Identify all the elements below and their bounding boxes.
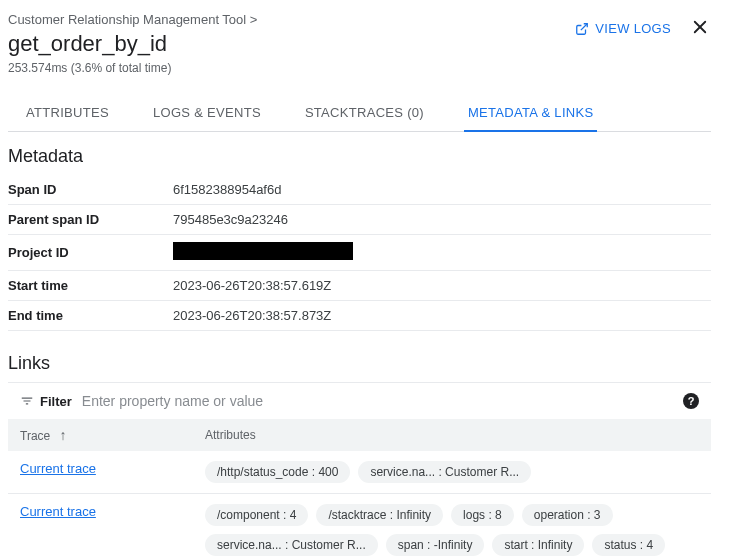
attribute-chip[interactable]: status : 4 bbox=[592, 534, 665, 556]
column-trace[interactable]: Trace ↑ bbox=[8, 419, 193, 451]
attribute-chip[interactable]: service.na... : Customer R... bbox=[205, 534, 378, 556]
attribute-chip[interactable]: /stacktrace : Infinity bbox=[316, 504, 443, 526]
metadata-value: 2023-06-26T20:38:57.873Z bbox=[173, 301, 711, 331]
trace-link[interactable]: Current trace bbox=[20, 504, 96, 519]
metadata-key: Project ID bbox=[8, 235, 173, 271]
span-duration: 253.574ms (3.6% of total time) bbox=[8, 61, 257, 75]
attribute-chip[interactable]: operation : 3 bbox=[522, 504, 613, 526]
table-row: Current trace/component : 4/stacktrace :… bbox=[8, 494, 711, 561]
tab-metadata-links[interactable]: METADATA & LINKS bbox=[464, 95, 597, 132]
open-in-new-icon bbox=[575, 22, 589, 36]
metadata-heading: Metadata bbox=[8, 146, 711, 167]
metadata-key: Span ID bbox=[8, 175, 173, 205]
attribute-chip[interactable]: /component : 4 bbox=[205, 504, 308, 526]
filter-icon bbox=[20, 394, 34, 408]
filter-label: Filter bbox=[20, 394, 72, 409]
metadata-value: 2023-06-26T20:38:57.619Z bbox=[173, 271, 711, 301]
page-title: get_order_by_id bbox=[8, 31, 257, 57]
links-table: Trace ↑ Attributes Current trace/http/st… bbox=[8, 419, 711, 560]
sort-ascending-icon: ↑ bbox=[60, 427, 67, 443]
filter-input[interactable] bbox=[82, 393, 673, 409]
redacted-value bbox=[173, 242, 353, 260]
attribute-chip[interactable]: /http/status_code : 400 bbox=[205, 461, 350, 483]
metadata-key: Parent span ID bbox=[8, 205, 173, 235]
help-icon[interactable]: ? bbox=[683, 393, 699, 409]
metadata-key: Start time bbox=[8, 271, 173, 301]
attribute-chip[interactable]: start : Infinity bbox=[492, 534, 584, 556]
tab-attributes[interactable]: ATTRIBUTES bbox=[22, 95, 113, 132]
close-icon bbox=[691, 18, 709, 36]
metadata-key: End time bbox=[8, 301, 173, 331]
view-logs-button[interactable]: VIEW LOGS bbox=[575, 21, 671, 36]
metadata-value: 795485e3c9a23246 bbox=[173, 205, 711, 235]
tab-stacktraces-[interactable]: STACKTRACES (0) bbox=[301, 95, 428, 132]
close-button[interactable] bbox=[689, 16, 711, 41]
attribute-chip[interactable]: span : -Infinity bbox=[386, 534, 485, 556]
tab-logs-events[interactable]: LOGS & EVENTS bbox=[149, 95, 265, 132]
metadata-value: 6f1582388954af6d bbox=[173, 175, 711, 205]
links-heading: Links bbox=[8, 353, 711, 374]
metadata-value bbox=[173, 235, 711, 271]
breadcrumb[interactable]: Customer Relationship Management Tool > bbox=[8, 12, 257, 27]
trace-link[interactable]: Current trace bbox=[20, 461, 96, 476]
attribute-chip[interactable]: service.na... : Customer R... bbox=[358, 461, 531, 483]
attribute-chip[interactable]: logs : 8 bbox=[451, 504, 514, 526]
view-logs-label: VIEW LOGS bbox=[595, 21, 671, 36]
column-attributes[interactable]: Attributes bbox=[193, 419, 711, 451]
metadata-table: Span ID6f1582388954af6dParent span ID795… bbox=[8, 175, 711, 331]
table-row: Current trace/http/status_code : 400serv… bbox=[8, 451, 711, 494]
